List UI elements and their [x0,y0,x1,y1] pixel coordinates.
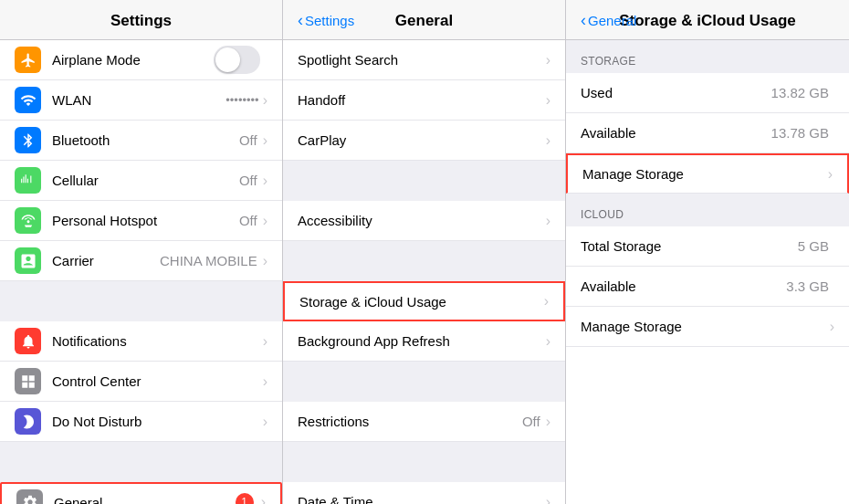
list-item[interactable]: Background App Refresh › [283,321,565,362]
toggle-knob [215,47,240,72]
list-item[interactable]: Restrictions Off › [283,402,565,442]
carrier-icon [15,247,41,274]
right-item: Total Storage 5 GB [566,226,849,267]
chevron-icon: › [263,414,267,430]
item-label: Total Storage [581,238,798,254]
bluetooth-icon [15,127,41,153]
list-item[interactable]: Carrier CHINA MOBILE › [0,241,282,281]
chevron-icon: › [546,92,550,109]
chevron-icon: › [828,166,833,183]
mid-header-wrapper: ‹ Settings General [298,12,550,30]
left-list: Airplane Mode WLAN •••••••• › Bluet [0,40,282,504]
item-label: WLAN [52,92,225,108]
right-column: ‹ General Storage & iCloud Usage STORAGE… [566,0,849,504]
item-label: Personal Hotspot [52,213,239,228]
item-label: Control Center [52,373,263,389]
right-header: ‹ General Storage & iCloud Usage [566,0,849,40]
chevron-icon: › [263,132,267,149]
gear-icon [16,489,43,505]
chevron-icon: › [263,92,267,109]
list-item[interactable]: Bluetooth Off › [0,121,282,161]
list-item[interactable]: Date & Time › [283,482,565,504]
separator [0,442,282,482]
list-item[interactable]: Accessibility › [283,201,565,241]
right-back-label: General [588,13,636,28]
separator [283,442,565,482]
item-value: 13.78 GB [771,125,829,141]
manage-storage-icloud-item[interactable]: Manage Storage › [566,307,849,347]
wlan-value: •••••••• [225,93,258,107]
item-value: 5 GB [798,238,829,254]
chevron-icon: › [546,414,550,430]
chevron-icon: › [546,52,550,68]
item-value: Off [522,414,540,429]
list-item[interactable]: WLAN •••••••• › [0,80,282,121]
right-list: STORAGE Used 13.82 GB Available 13.78 GB… [566,40,849,504]
mid-list: Spotlight Search › Handoff › CarPlay › A… [283,40,565,504]
storage-icloud-item[interactable]: Storage & iCloud Usage › [283,281,565,321]
airplane-icon [15,47,41,73]
list-item[interactable]: Personal Hotspot Off › [0,201,282,241]
right-item: Available 13.78 GB [566,113,849,153]
item-label: Do Not Disturb [52,414,263,429]
chevron-icon: › [544,293,549,310]
right-back-link[interactable]: ‹ General [581,11,636,30]
list-item[interactable]: Control Center › [0,362,282,402]
general-list-item[interactable]: General 1 › [0,482,282,504]
item-label: Restrictions [298,414,522,429]
item-label: Handoff [298,92,546,108]
right-item: Used 13.82 GB [566,73,849,113]
item-value: Off [239,173,257,188]
separator [283,241,565,281]
left-header: Settings [0,0,282,40]
badge: 1 [236,493,254,504]
left-title: Settings [110,12,172,30]
notifications-icon [15,328,41,354]
list-item[interactable]: CarPlay › [283,121,565,161]
right-header-wrapper: ‹ General Storage & iCloud Usage [581,12,834,30]
item-label: Background App Refresh [298,333,546,349]
right-item: Available 3.3 GB [566,267,849,307]
list-item[interactable]: Airplane Mode [0,40,282,80]
list-item[interactable]: Spotlight Search › [283,40,565,80]
wifi-icon [15,87,41,113]
separator [283,161,565,201]
item-label: Storage & iCloud Usage [299,294,544,310]
chevron-icon: › [546,213,550,229]
mid-title: General [395,12,453,30]
item-label: Date & Time [298,494,546,504]
item-label: Spotlight Search [298,52,546,68]
item-value: Off [239,132,257,148]
back-chevron-icon: ‹ [298,11,303,30]
mid-header: ‹ Settings General [283,0,565,40]
item-label: Used [581,85,771,100]
moon-icon [15,408,41,435]
item-label: Accessibility [298,213,546,228]
item-value: 13.82 GB [771,85,829,100]
right-title: Storage & iCloud Usage [619,12,796,30]
chevron-icon: › [263,213,267,229]
item-label: Available [581,278,786,294]
list-item[interactable]: Notifications › [0,321,282,362]
mid-column: ‹ Settings General Spotlight Search › Ha… [283,0,566,504]
chevron-icon: › [546,333,550,350]
hotspot-icon [15,207,41,234]
item-label: CarPlay [298,132,546,148]
item-label: Airplane Mode [52,52,214,68]
list-item[interactable]: Cellular Off › [0,161,282,201]
control-center-icon [15,368,41,394]
chevron-icon: › [263,373,267,390]
chevron-icon: › [263,173,267,189]
manage-storage-item[interactable]: Manage Storage › [566,153,849,194]
list-item[interactable]: Do Not Disturb › [0,402,282,442]
mid-back-label: Settings [305,13,354,28]
list-item[interactable]: Handoff › [283,80,565,121]
mid-back-link[interactable]: ‹ Settings [298,11,354,30]
chevron-icon: › [546,132,550,149]
chevron-icon: › [546,494,550,505]
chevron-icon: › [830,319,834,335]
chevron-icon: › [261,494,266,504]
item-value: CHINA MOBILE [160,253,257,268]
item-label: Manage Storage [582,166,828,182]
airplane-toggle[interactable] [214,46,260,74]
